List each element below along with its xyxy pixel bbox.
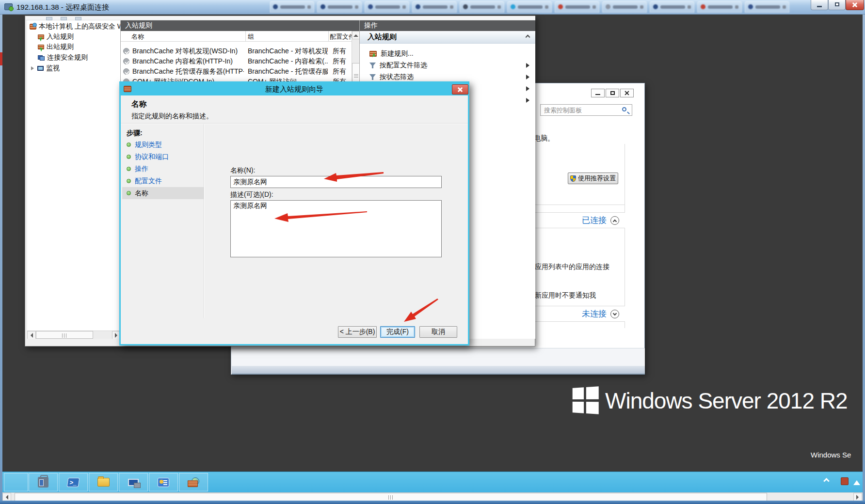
host-maximize-button[interactable] [828,0,846,10]
collapse-chevron-icon[interactable] [526,35,530,40]
tray-notification-icon[interactable] [841,477,849,485]
browser-tab-blurred[interactable] [412,1,457,13]
rdp-connection-icon [4,3,13,10]
tree-item-connection-security[interactable]: 连接安全规则 [38,53,121,63]
rule-name: BranchCache 内容检索(HTTP-In) [132,57,244,66]
browser-tab-blurred[interactable] [555,1,599,13]
host-close-button[interactable] [846,0,864,10]
step-action[interactable]: 操作 [122,163,204,175]
desktop-watermark: Windows Se [811,451,851,459]
host-minimize-button[interactable] [811,0,828,10]
actions-section-inbound-rules[interactable]: 入站规则 [360,31,535,44]
rule-name-input[interactable] [230,176,442,188]
search-icon[interactable] [622,107,626,111]
action-new-rule[interactable]: 新建规则... [360,48,535,60]
rule-profile: 所有 [333,67,352,76]
mmc-toolbar-clipped [26,16,535,20]
column-separator[interactable] [245,31,246,42]
control-panel-icon [158,478,169,487]
cpl-divider [625,144,625,328]
host-hscrollbar[interactable] [2,492,863,501]
tree-item-inbound-rules[interactable]: 入站规则 [38,32,121,42]
scroll-left-button[interactable] [2,493,11,501]
toolbar-icon[interactable] [61,17,67,20]
new-rule-icon [369,51,377,57]
wizard-close-button[interactable] [452,84,468,94]
inbound-rules-icon [38,34,44,39]
browser-tab-blurred[interactable] [507,1,552,13]
host-bottom-frame [0,501,865,504]
rule-group: BranchCache - 托管缓存服... [248,67,328,76]
tree-root-node[interactable]: 本地计算机 上的高级安全 Win [30,22,121,32]
scrollbar-thumb[interactable] [36,331,93,339]
taskbar-computer-tools[interactable] [119,473,148,491]
expander-icon[interactable] [31,66,36,70]
wizard-subheading: 指定此规则的名称和描述。 [131,112,213,121]
tree-item-monitoring[interactable]: 监视 [31,63,121,73]
list-pane-header: 入站规则 [121,20,360,31]
browser-tab-blurred[interactable] [602,1,647,13]
expand-chevron-icon[interactable] [610,310,619,318]
rule-status-icon [123,68,129,75]
step-bullet-icon [127,155,131,159]
step-name-current[interactable]: 名称 [122,187,204,199]
rule-row[interactable]: BranchCache 托管缓存服务器(HTTP-In) BranchCache… [121,66,352,77]
description-field-label: 描述(可选)(D): [230,190,273,199]
cpl-minimize-button[interactable] [591,89,605,97]
scroll-up-button[interactable] [352,31,360,39]
use-recommended-settings-label: 使用推荐设置 [578,174,616,183]
column-name[interactable]: 名称 [131,32,144,41]
collapse-chevron-icon[interactable] [610,216,619,225]
server-branding-text: Windows Server 2012 R2 [605,388,848,414]
rule-name: BranchCache 对等机发现(WSD-In) [132,47,244,56]
column-group[interactable]: 组 [248,32,254,41]
scrollbar-thumb[interactable] [15,493,767,501]
tree-item-outbound-rules[interactable]: 出站规则 [38,42,121,52]
taskbar-file-explorer[interactable] [89,473,118,491]
step-rule-type[interactable]: 规则类型 [122,139,204,151]
action-filter-by-profile[interactable]: 按配置文件筛选 [360,60,535,71]
finish-button[interactable]: 完成(F) [380,326,415,338]
browser-tab-blurred[interactable] [650,1,694,13]
action-label: 按配置文件筛选 [380,61,427,70]
taskbar-powershell[interactable]: >_ [59,473,88,491]
submenu-arrow-icon [526,63,532,68]
cpl-maximize-button[interactable] [606,89,619,97]
browser-tab-blurred[interactable] [460,1,504,13]
browser-tab-blurred[interactable] [365,1,409,13]
browser-tab-blurred[interactable] [317,1,362,13]
windows-start-icon [11,476,22,489]
step-protocol-ports[interactable]: 协议和端口 [122,151,204,163]
scroll-left-button[interactable] [27,331,36,339]
tree-hscrollbar[interactable] [27,331,121,339]
back-button[interactable]: < 上一步(B) [338,326,377,338]
use-recommended-settings-button[interactable]: 使用推荐设置 [568,173,618,184]
control-panel-search-input[interactable] [540,104,632,116]
tree-item-label: 出站规则 [47,43,74,51]
browser-tab-blurred[interactable] [745,1,789,13]
server-manager-icon [38,477,48,488]
tray-up-arrow-icon[interactable] [853,477,860,485]
start-button[interactable] [4,473,28,491]
browser-tab-blurred[interactable] [697,1,742,13]
wizard-heading: 名称 [131,99,147,110]
scroll-right-button[interactable] [853,493,862,501]
actions-section-label: 入站规则 [368,32,397,42]
taskbar-control-panel[interactable] [149,473,178,491]
taskbar-firewall-console[interactable] [179,473,208,491]
rule-row[interactable]: BranchCache 内容检索(HTTP-In) BranchCache - … [121,56,352,66]
console-tree-pane: 本地计算机 上的高级安全 Win 入站规则 出站规则 连接安全规则 监视 [27,20,121,339]
toolbar-icon[interactable] [46,17,52,20]
rule-row[interactable]: BranchCache 对等机发现(WSD-In) BranchCache - … [121,46,352,56]
cpl-close-button[interactable] [620,89,634,97]
toolbar-icon[interactable] [75,17,81,20]
cancel-button[interactable]: 取消 [419,326,457,338]
firewall-icon [30,24,36,30]
step-bullet-icon [127,142,131,147]
column-separator[interactable] [328,31,329,42]
taskbar-server-manager[interactable] [29,473,58,491]
rule-description-textarea[interactable]: 亲测原名网 [230,200,442,257]
submenu-arrow-icon [526,75,532,79]
browser-tab-blurred[interactable] [270,1,314,13]
step-profile[interactable]: 配置文件 [122,175,204,187]
